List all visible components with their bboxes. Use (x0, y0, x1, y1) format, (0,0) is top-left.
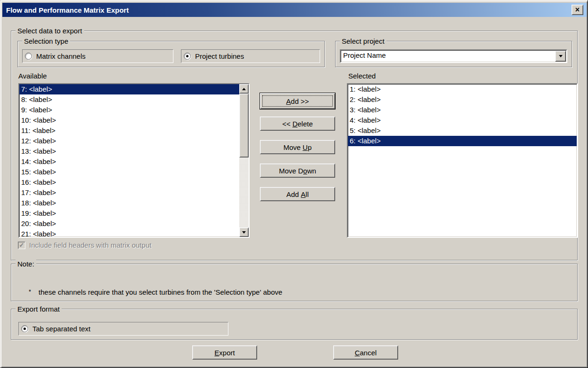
list-item[interactable]: 12: <label> (19, 136, 239, 146)
close-icon: × (575, 6, 580, 14)
note-text: these channels require that you select t… (39, 288, 282, 296)
export-button-label-post: xport (219, 349, 235, 357)
delete-button[interactable]: << Delete (260, 117, 335, 131)
radio-tab-separated-label: Tab separated text (32, 325, 90, 333)
note-bullet: * (29, 288, 31, 295)
move-up-button-label-key: U (303, 143, 308, 151)
export-dialog: Flow and Performance Matrix Export × Sel… (0, 0, 588, 368)
arrow-down-icon (242, 231, 246, 234)
list-item[interactable]: 21: <label> (19, 229, 239, 237)
add-all-button-label-post: ll (306, 190, 309, 198)
project-combobox[interactable]: Project Name (340, 49, 567, 63)
project-combobox-value: Project Name (343, 51, 386, 59)
radio-project-turbines[interactable] (184, 53, 191, 60)
list-item[interactable]: 18: <label> (19, 198, 239, 208)
list-item[interactable]: 7: <label> (19, 84, 239, 94)
add-button-label-post: dd >> (291, 97, 309, 105)
list-item[interactable]: 1: <label> (348, 84, 577, 94)
list-item[interactable]: 15: <label> (19, 167, 239, 177)
radio-row-tab-separated[interactable]: Tab separated text (18, 322, 228, 336)
list-item[interactable]: 11: <label> (19, 125, 239, 136)
list-item[interactable]: 2: <label> (348, 94, 577, 105)
list-item[interactable]: 14: <label> (19, 157, 239, 167)
delete-button-label-pre: << (282, 120, 292, 128)
add-all-button[interactable]: Add All (260, 187, 335, 201)
cancel-button-label-key: C (355, 349, 360, 357)
selected-label: Selected (348, 72, 376, 80)
scrollbar-down-button[interactable] (239, 227, 249, 237)
move-up-button[interactable]: Move Up (260, 140, 335, 154)
check-icon: ✓ (19, 242, 24, 248)
note-group: Note: *these channels require that you s… (11, 264, 578, 301)
select-project-group-label: Select project (340, 37, 386, 45)
include-headers-row: ✓ Include field headers with matrix outp… (18, 241, 151, 249)
titlebar: Flow and Performance Matrix Export × (2, 3, 587, 17)
available-listbox[interactable]: 7: <label>8: <label>9: <label>10: <label… (18, 83, 250, 238)
add-button[interactable]: Add >> (260, 93, 335, 109)
available-scrollbar[interactable] (239, 84, 249, 237)
radio-matrix-channels[interactable] (25, 53, 32, 60)
available-label: Available (18, 72, 47, 80)
delete-button-label-key: D (292, 120, 298, 128)
cancel-button[interactable]: Cancel (333, 345, 398, 360)
selected-listbox[interactable]: 1: <label>2: <label>3: <label>4: <label>… (347, 83, 578, 238)
include-headers-label: Include field headers with matrix output (29, 241, 151, 249)
move-down-button[interactable]: Move Down (260, 164, 335, 178)
scrollbar-up-button[interactable] (239, 84, 249, 94)
add-button-label-key: A (286, 97, 291, 105)
add-all-button-label-key: A (301, 190, 306, 198)
selection-type-group-label: Selection type (22, 37, 70, 45)
move-down-button-label-pre: Move D (279, 167, 303, 175)
available-list-rows: 7: <label>8: <label>9: <label>10: <label… (19, 84, 239, 237)
radio-matrix-channels-label: Matrix channels (36, 52, 86, 60)
radio-row-matrix-channels[interactable]: Matrix channels (22, 49, 173, 63)
select-data-group-label: Select data to export (16, 27, 84, 35)
move-down-button-label-post: wn (307, 167, 316, 175)
chevron-down-icon (559, 55, 563, 57)
list-item[interactable]: 13: <label> (19, 146, 239, 157)
radio-tab-separated[interactable] (21, 325, 28, 332)
list-item[interactable]: 16: <label> (19, 177, 239, 188)
scrollbar-thumb[interactable] (239, 94, 249, 157)
list-item[interactable]: 9: <label> (19, 105, 239, 115)
list-item[interactable]: 4: <label> (348, 115, 577, 125)
export-format-group-label: Export format (16, 305, 62, 313)
selected-list-rows: 1: <label>2: <label>3: <label>4: <label>… (348, 84, 577, 237)
arrow-up-icon (242, 88, 246, 90)
export-button-label-key: E (214, 349, 219, 357)
list-item[interactable]: 3: <label> (348, 105, 577, 115)
move-up-button-label-post: p (308, 143, 312, 151)
window-title: Flow and Performance Matrix Export (2, 6, 129, 14)
list-item[interactable]: 10: <label> (19, 115, 239, 125)
project-combobox-dropdown-button[interactable] (555, 51, 566, 62)
list-item[interactable]: 19: <label> (19, 208, 239, 219)
close-button[interactable]: × (572, 5, 583, 15)
include-headers-checkbox: ✓ (18, 242, 25, 249)
note-group-label: Note: (16, 260, 36, 268)
list-item[interactable]: 8: <label> (19, 94, 239, 105)
add-all-button-label-pre: Add (286, 190, 301, 198)
list-item[interactable]: 6: <label> (348, 136, 577, 146)
radio-project-turbines-label: Project turbines (195, 52, 244, 60)
cancel-button-label-post: ancel (360, 349, 376, 357)
list-item[interactable]: 17: <label> (19, 188, 239, 198)
list-item[interactable]: 5: <label> (348, 125, 577, 136)
export-button[interactable]: Export (192, 345, 257, 360)
scrollbar-track[interactable] (239, 94, 249, 227)
delete-button-label-post: elete (298, 120, 313, 128)
move-up-button-label-pre: Move (283, 143, 303, 151)
list-item[interactable]: 20: <label> (19, 219, 239, 229)
note-text-line: *these channels require that you select … (17, 280, 282, 304)
radio-row-project-turbines[interactable]: Project turbines (181, 49, 320, 63)
